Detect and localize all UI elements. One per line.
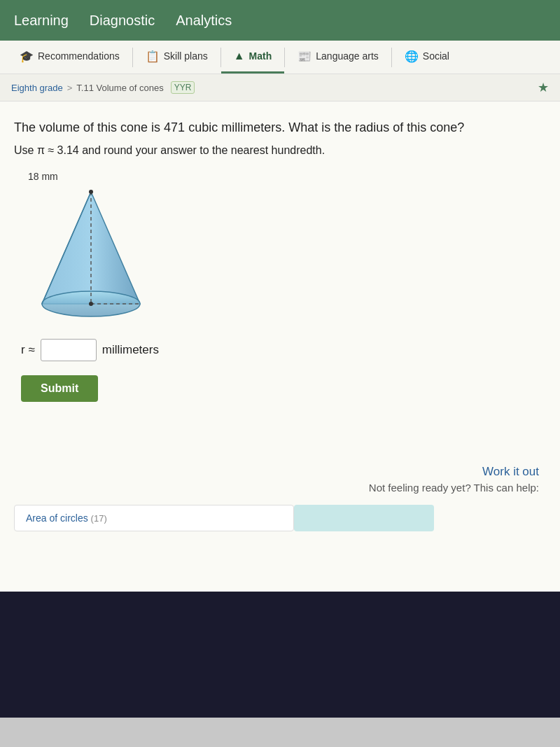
sub-nav-recommendations[interactable]: 🎓 Recommendations [7, 41, 132, 74]
skill-plans-icon: 📋 [146, 50, 160, 63]
sub-nav-social[interactable]: 🌐 Social [392, 41, 462, 74]
question-instruction: Use π ≈ 3.14 and round your answer to th… [14, 144, 546, 157]
sub-nav-skill-plans[interactable]: 📋 Skill plans [133, 41, 220, 74]
work-it-out-link[interactable]: Work it out [482, 465, 539, 479]
submit-button[interactable]: Submit [21, 375, 98, 402]
help-card-area: Area of circles (17) [14, 505, 546, 531]
nav-diagnostic[interactable]: Diagnostic [90, 7, 155, 34]
help-card-label: Area of circles [26, 512, 88, 524]
svg-point-5 [89, 302, 93, 306]
diagram-label: 18 mm [28, 171, 182, 182]
answer-input[interactable] [41, 339, 97, 361]
breadcrumb-grade[interactable]: Eighth grade [11, 83, 63, 93]
breadcrumb-separator: > [67, 83, 73, 93]
sub-navigation: 🎓 Recommendations 📋 Skill plans ▲ Math 📰… [0, 41, 560, 74]
sub-nav-language-arts[interactable]: 📰 Language arts [285, 41, 391, 74]
nav-analytics[interactable]: Analytics [176, 7, 232, 34]
social-icon: 🌐 [405, 50, 419, 63]
top-navigation: Learning Diagnostic Analytics [0, 0, 560, 41]
breadcrumb-skill: T.11 Volume of cones [76, 83, 163, 93]
main-content: The volume of this cone is 471 cubic mil… [0, 102, 560, 592]
breadcrumb-badge: YYR [171, 81, 195, 94]
help-card-visual [294, 505, 434, 531]
breadcrumb: Eighth grade > T.11 Volume of cones YYR … [0, 74, 560, 102]
recommendations-icon: 🎓 [20, 50, 34, 63]
diagram-area: 18 mm [28, 171, 182, 325]
not-ready-text: Not feeling ready yet? This can help: [369, 482, 539, 494]
answer-prefix: r ≈ [21, 343, 35, 357]
nav-learning[interactable]: Learning [14, 7, 69, 34]
cone-diagram [28, 185, 154, 325]
answer-suffix: millimeters [102, 343, 159, 357]
help-card-count: (17) [91, 513, 107, 524]
svg-point-6 [89, 190, 93, 194]
work-it-out-section: Work it out Not feeling ready yet? This … [14, 465, 539, 494]
question-main-text: The volume of this cone is 471 cubic mil… [14, 118, 546, 137]
language-arts-icon: 📰 [298, 50, 312, 63]
help-card[interactable]: Area of circles (17) [14, 505, 294, 531]
sub-nav-math[interactable]: ▲ Math [221, 41, 285, 74]
math-icon: ▲ [234, 50, 245, 62]
answer-row: r ≈ millimeters [21, 339, 546, 361]
star-icon[interactable]: ★ [538, 80, 549, 95]
bottom-dark-area [0, 592, 560, 718]
